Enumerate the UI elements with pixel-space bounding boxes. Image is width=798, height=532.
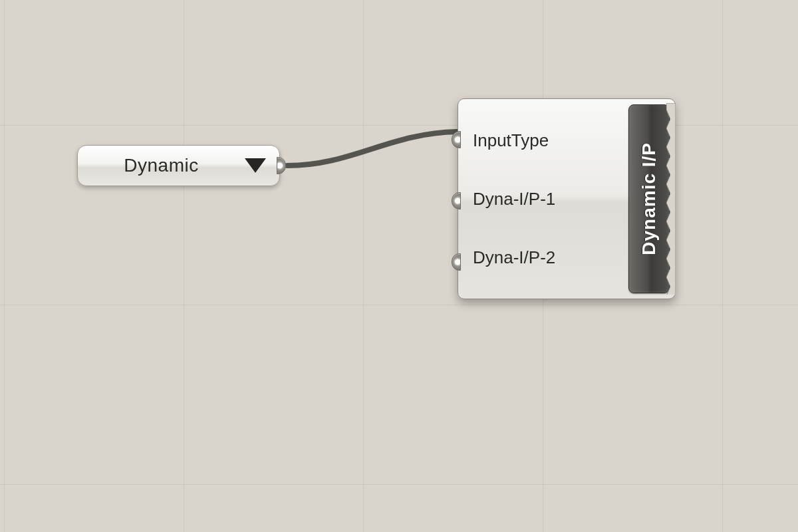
- value-list-node[interactable]: Dynamic: [77, 145, 280, 186]
- value-list-selected-label: Dynamic: [78, 155, 245, 176]
- dynamic-ip-component[interactable]: InputType Dyna-I/P-1 Dyna-I/P-2 Dynamic …: [458, 98, 676, 299]
- input-label-dyna-1: Dyna-I/P-1: [473, 186, 623, 212]
- input-text: Dyna-I/P-1: [473, 189, 555, 209]
- input-label-dyna-2: Dyna-I/P-2: [473, 244, 623, 271]
- input-text: Dyna-I/P-2: [473, 247, 555, 268]
- wire-connection: [0, 0, 798, 532]
- node-canvas[interactable]: Dynamic InputType Dyna-I/P-1 Dyna-I/P-2 …: [0, 0, 798, 532]
- component-title-bar: Dynamic I/P: [628, 104, 670, 293]
- input-port-inputtype[interactable]: [452, 131, 461, 148]
- input-port-dyna-2[interactable]: [452, 253, 461, 271]
- input-label-inputtype: InputType: [473, 127, 623, 154]
- component-input-list: InputType Dyna-I/P-1 Dyna-I/P-2: [458, 99, 628, 299]
- input-port-dyna-1[interactable]: [452, 192, 461, 209]
- component-title-text: Dynamic I/P: [638, 142, 660, 255]
- output-port[interactable]: [277, 157, 286, 174]
- input-text: InputType: [473, 130, 549, 151]
- wire-path: [287, 132, 458, 166]
- chevron-down-icon: [245, 158, 266, 173]
